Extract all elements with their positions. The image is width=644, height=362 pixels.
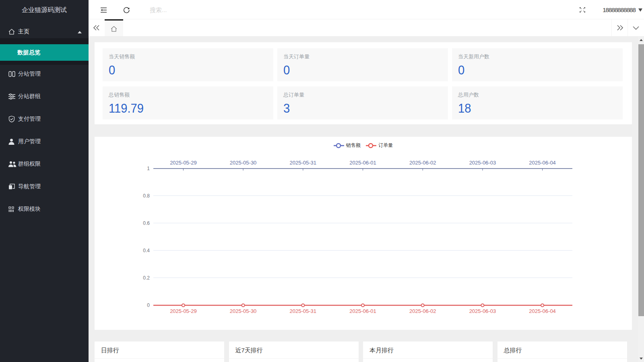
svg-text:2025-05-30: 2025-05-30 <box>230 308 257 314</box>
svg-text:2025-06-01: 2025-06-01 <box>349 308 376 314</box>
svg-text:0.2: 0.2 <box>143 275 150 281</box>
svg-text:2025-06-03: 2025-06-03 <box>469 308 496 314</box>
svg-text:1: 1 <box>147 166 150 171</box>
svg-text:0.8: 0.8 <box>143 193 150 199</box>
svg-text:2025-06-02: 2025-06-02 <box>409 308 436 314</box>
svg-text:0.6: 0.6 <box>143 220 150 226</box>
svg-text:2025-05-29: 2025-05-29 <box>170 160 197 166</box>
svg-text:2025-06-04: 2025-06-04 <box>529 308 556 314</box>
svg-text:2025-05-31: 2025-05-31 <box>290 308 317 314</box>
svg-text:2025-06-03: 2025-06-03 <box>469 160 496 166</box>
svg-text:0.4: 0.4 <box>143 248 150 253</box>
svg-text:0: 0 <box>147 302 150 308</box>
svg-text:2025-06-02: 2025-06-02 <box>409 160 436 166</box>
svg-text:2025-06-04: 2025-06-04 <box>529 160 556 166</box>
svg-text:2025-05-31: 2025-05-31 <box>290 160 317 166</box>
svg-text:2025-05-29: 2025-05-29 <box>170 308 197 314</box>
svg-text:2025-05-30: 2025-05-30 <box>230 160 257 166</box>
svg-text:2025-06-01: 2025-06-01 <box>349 160 376 166</box>
